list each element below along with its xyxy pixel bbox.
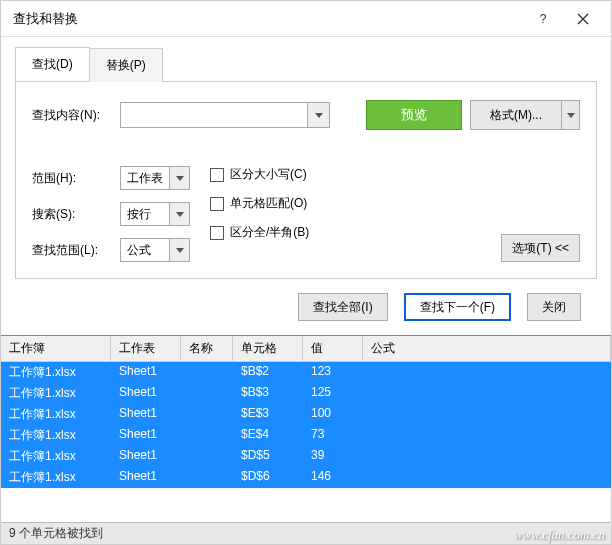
- cell-name: [181, 404, 233, 425]
- chevron-down-icon: [567, 113, 575, 118]
- title-bar: 查找和替换 ?: [1, 1, 611, 37]
- find-content-dropdown[interactable]: [307, 103, 329, 127]
- tab-find[interactable]: 查找(D): [15, 47, 90, 81]
- format-dropdown[interactable]: [562, 100, 580, 130]
- cell-workbook: 工作簿1.xlsx: [1, 383, 111, 404]
- status-bar: 9 个单元格被找到 www.cfan.com.cn: [1, 522, 611, 544]
- cell-formula: [363, 467, 611, 488]
- results-pane: 工作簿 工作表 名称 单元格 值 公式 工作簿1.xlsxSheet1$B$21…: [1, 335, 611, 522]
- results-header: 工作簿 工作表 名称 单元格 值 公式: [1, 336, 611, 362]
- table-row[interactable]: 工作簿1.xlsxSheet1$D$539: [1, 446, 611, 467]
- search-select[interactable]: 按行: [120, 202, 190, 226]
- table-row[interactable]: 工作簿1.xlsxSheet1$D$6146: [1, 467, 611, 488]
- col-cell[interactable]: 单元格: [233, 336, 303, 361]
- match-width-row[interactable]: 区分全/半角(B): [210, 224, 309, 241]
- cell-name: [181, 446, 233, 467]
- options-button[interactable]: 选项(T) <<: [501, 234, 580, 262]
- cell-worksheet: Sheet1: [111, 467, 181, 488]
- cell-name: [181, 425, 233, 446]
- close-icon: [577, 13, 589, 25]
- table-row[interactable]: 工作簿1.xlsxSheet1$B$2123: [1, 362, 611, 383]
- status-text: 9 个单元格被找到: [9, 525, 103, 542]
- cell-cell: $D$5: [233, 446, 303, 467]
- lookin-value: 公式: [121, 239, 169, 261]
- cell-value: 39: [303, 446, 363, 467]
- cell-value: 125: [303, 383, 363, 404]
- cell-workbook: 工作簿1.xlsx: [1, 446, 111, 467]
- scope-value: 工作表: [121, 167, 169, 189]
- cell-worksheet: Sheet1: [111, 404, 181, 425]
- tab-strip: 查找(D) 替换(P): [15, 47, 597, 82]
- cell-value: 73: [303, 425, 363, 446]
- dialog-buttons: 查找全部(I) 查找下一个(F) 关闭: [15, 279, 597, 335]
- match-width-label: 区分全/半角(B): [230, 224, 309, 241]
- find-next-button[interactable]: 查找下一个(F): [404, 293, 511, 321]
- cell-name: [181, 467, 233, 488]
- lookin-label: 查找范围(L):: [32, 242, 112, 259]
- cell-name: [181, 362, 233, 383]
- table-row[interactable]: 工作簿1.xlsxSheet1$E$473: [1, 425, 611, 446]
- chevron-down-icon: [315, 113, 323, 118]
- match-case-row[interactable]: 区分大小写(C): [210, 166, 309, 183]
- preview-button[interactable]: 预览: [366, 100, 462, 130]
- cell-worksheet: Sheet1: [111, 383, 181, 404]
- tab-replace[interactable]: 替换(P): [89, 48, 163, 82]
- col-formula[interactable]: 公式: [363, 336, 611, 361]
- search-label: 搜索(S):: [32, 206, 112, 223]
- match-cell-row[interactable]: 单元格匹配(O): [210, 195, 309, 212]
- window-title: 查找和替换: [13, 10, 523, 28]
- cell-name: [181, 383, 233, 404]
- format-button[interactable]: 格式(M)...: [470, 100, 562, 130]
- search-value: 按行: [121, 203, 169, 225]
- cell-worksheet: Sheet1: [111, 446, 181, 467]
- results-body[interactable]: 工作簿1.xlsxSheet1$B$2123工作簿1.xlsxSheet1$B$…: [1, 362, 611, 522]
- col-name[interactable]: 名称: [181, 336, 233, 361]
- table-row[interactable]: 工作簿1.xlsxSheet1$E$3100: [1, 404, 611, 425]
- match-width-checkbox[interactable]: [210, 226, 224, 240]
- col-worksheet[interactable]: 工作表: [111, 336, 181, 361]
- scope-dropdown[interactable]: [169, 167, 189, 189]
- cell-formula: [363, 362, 611, 383]
- lookin-select[interactable]: 公式: [120, 238, 190, 262]
- cell-workbook: 工作簿1.xlsx: [1, 425, 111, 446]
- search-dropdown[interactable]: [169, 203, 189, 225]
- cell-cell: $E$3: [233, 404, 303, 425]
- find-content-label: 查找内容(N):: [32, 107, 112, 124]
- match-case-label: 区分大小写(C): [230, 166, 307, 183]
- find-panel: 查找内容(N): 预览 格式(M)... 范围(H):: [15, 82, 597, 279]
- col-workbook[interactable]: 工作簿: [1, 336, 111, 361]
- table-row[interactable]: 工作簿1.xlsxSheet1$B$3125: [1, 383, 611, 404]
- cell-cell: $B$2: [233, 362, 303, 383]
- find-content-input[interactable]: [121, 103, 307, 127]
- cell-cell: $D$6: [233, 467, 303, 488]
- chevron-down-icon: [176, 248, 184, 253]
- cell-cell: $E$4: [233, 425, 303, 446]
- cell-formula: [363, 404, 611, 425]
- lookin-dropdown[interactable]: [169, 239, 189, 261]
- close-button[interactable]: 关闭: [527, 293, 581, 321]
- cell-worksheet: Sheet1: [111, 362, 181, 383]
- cell-workbook: 工作簿1.xlsx: [1, 404, 111, 425]
- cell-value: 100: [303, 404, 363, 425]
- col-value[interactable]: 值: [303, 336, 363, 361]
- dialog-content: 查找(D) 替换(P) 查找内容(N): 预览 格式(M)...: [1, 37, 611, 335]
- cell-formula: [363, 425, 611, 446]
- match-cell-checkbox[interactable]: [210, 197, 224, 211]
- match-cell-label: 单元格匹配(O): [230, 195, 307, 212]
- cell-cell: $B$3: [233, 383, 303, 404]
- find-all-button[interactable]: 查找全部(I): [298, 293, 387, 321]
- close-window-button[interactable]: [563, 5, 603, 33]
- help-button[interactable]: ?: [523, 5, 563, 33]
- watermark: www.cfan.com.cn: [514, 527, 605, 543]
- chevron-down-icon: [176, 212, 184, 217]
- match-case-checkbox[interactable]: [210, 168, 224, 182]
- find-content-combo[interactable]: [120, 102, 330, 128]
- cell-value: 123: [303, 362, 363, 383]
- cell-worksheet: Sheet1: [111, 425, 181, 446]
- scope-select[interactable]: 工作表: [120, 166, 190, 190]
- cell-value: 146: [303, 467, 363, 488]
- cell-formula: [363, 383, 611, 404]
- cell-workbook: 工作簿1.xlsx: [1, 467, 111, 488]
- cell-formula: [363, 446, 611, 467]
- chevron-down-icon: [176, 176, 184, 181]
